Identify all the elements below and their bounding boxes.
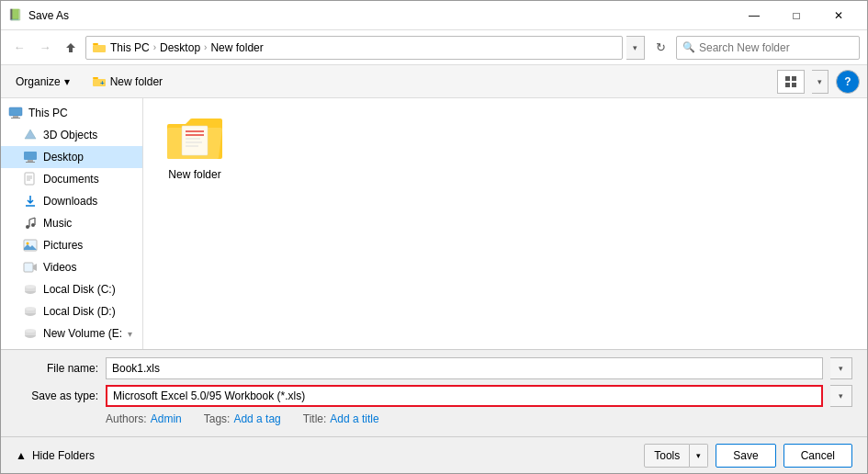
toolbar: Organize ▾ + New folder ▾ ? — [1, 65, 867, 98]
sidebar-label-videos: Videos — [43, 261, 76, 274]
documents-icon — [23, 172, 38, 186]
title-bar: 📗 Save As — □ ✕ — [1, 1, 867, 30]
svg-line-25 — [29, 218, 35, 220]
footer: ▲ Hide Folders Tools ▾ Save Cancel — [1, 436, 867, 473]
sidebar-label-newvolume: New Volume (E: — [43, 327, 122, 340]
svg-rect-14 — [28, 160, 33, 162]
videos-icon — [23, 260, 38, 275]
sidebar-item-downloads[interactable]: Downloads — [1, 190, 142, 212]
cancel-button[interactable]: Cancel — [783, 444, 852, 468]
footer-actions: Tools ▾ Save Cancel — [644, 444, 852, 468]
hide-folders-button[interactable]: ▲ Hide Folders — [16, 449, 95, 462]
sidebar-label-desktop: Desktop — [43, 151, 84, 164]
form-area: File name: ▾ Save as type: ▾ Authors: Ad… — [1, 349, 867, 436]
help-button[interactable]: ? — [836, 70, 860, 94]
svg-rect-6 — [792, 76, 796, 81]
search-input[interactable] — [676, 36, 860, 60]
main-area: This PC 3D Objects Desktop Documents — [1, 98, 867, 349]
path-folder: New folder — [210, 41, 263, 54]
svg-rect-28 — [24, 263, 33, 272]
sidebar-item-thispc[interactable]: This PC — [1, 102, 142, 124]
savetype-dropdown[interactable]: ▾ — [830, 385, 852, 407]
file-item-newfolder[interactable]: New folder — [158, 113, 231, 185]
svg-rect-13 — [24, 152, 37, 160]
search-container: 🔍 — [676, 36, 860, 60]
sidebar-item-localc[interactable]: Local Disk (C:) — [1, 278, 142, 300]
sidebar-label-music: Music — [43, 217, 72, 230]
filename-input[interactable] — [106, 357, 823, 379]
tags-item: Tags: Add a tag — [204, 412, 281, 425]
minimize-button[interactable]: — — [733, 1, 775, 30]
tools-dropdown[interactable]: ▾ — [690, 444, 708, 468]
title-label: Title: — [303, 412, 327, 425]
savetype-row: Save as type: ▾ — [16, 385, 852, 407]
svg-marker-12 — [25, 130, 36, 139]
svg-rect-7 — [785, 83, 790, 87]
sidebar-item-desktop[interactable]: Desktop — [1, 146, 142, 168]
sidebar-label-downloads: Downloads — [43, 195, 97, 208]
filename-dropdown[interactable]: ▾ — [830, 357, 852, 379]
pictures-icon — [23, 238, 38, 253]
refresh-button[interactable]: ↻ — [648, 36, 672, 60]
sidebar: This PC 3D Objects Desktop Documents — [1, 98, 143, 349]
svg-rect-11 — [11, 118, 20, 118]
chevron-up-icon: ▲ — [16, 449, 27, 462]
organize-button[interactable]: Organize ▾ — [8, 70, 77, 94]
savetype-input[interactable] — [106, 385, 823, 407]
tools-button[interactable]: Tools — [644, 444, 690, 468]
back-button[interactable]: ← — [8, 37, 30, 59]
authors-item: Authors: Admin — [106, 412, 182, 425]
sidebar-item-documents[interactable]: Documents — [1, 168, 142, 190]
title-value[interactable]: Add a title — [330, 412, 378, 425]
tags-value[interactable]: Add a tag — [233, 412, 280, 425]
address-path[interactable]: This PC › Desktop › New folder — [85, 36, 623, 60]
sidebar-label-thispc: This PC — [28, 107, 68, 119]
new-folder-button[interactable]: + New folder — [85, 70, 170, 94]
tools-group: Tools ▾ — [644, 444, 708, 468]
3dobjects-icon — [23, 128, 38, 142]
save-button[interactable]: Save — [716, 444, 775, 468]
svg-point-32 — [25, 285, 36, 288]
savetype-label: Save as type: — [16, 389, 98, 402]
title-item: Title: Add a title — [303, 412, 379, 425]
svg-point-21 — [26, 225, 29, 229]
maximize-button[interactable]: □ — [775, 1, 817, 30]
path-desktop: Desktop — [160, 41, 200, 54]
svg-point-35 — [25, 307, 36, 310]
thispc-icon — [8, 106, 23, 120]
app-icon: 📗 — [8, 8, 23, 23]
desktop-icon — [23, 150, 38, 164]
svg-rect-10 — [13, 116, 18, 118]
svg-rect-15 — [26, 162, 35, 163]
svg-rect-0 — [93, 43, 98, 45]
forward-button[interactable]: → — [34, 37, 56, 59]
sidebar-item-pictures[interactable]: Pictures — [1, 234, 142, 256]
file-label-newfolder: New folder — [168, 168, 220, 181]
view-button[interactable] — [777, 70, 805, 94]
path-thispc: This PC — [110, 41, 150, 54]
svg-text:+: + — [100, 79, 105, 87]
sidebar-label-documents: Documents — [43, 173, 99, 186]
sidebar-item-newvolume[interactable]: New Volume (E: ▾ — [1, 322, 142, 344]
newvolume-icon — [23, 326, 38, 341]
sidebar-label-locald: Local Disk (D:) — [43, 305, 116, 318]
hide-folders-label: Hide Folders — [32, 449, 95, 462]
music-icon — [23, 216, 38, 231]
localc-icon — [23, 282, 38, 297]
sidebar-item-locald[interactable]: Local Disk (D:) — [1, 300, 142, 322]
sidebar-item-3dobjects[interactable]: 3D Objects — [1, 124, 142, 146]
file-area: New folder — [143, 98, 867, 349]
folder-icon — [165, 117, 224, 164]
locald-icon — [23, 304, 38, 319]
filename-label: File name: — [16, 362, 98, 375]
svg-rect-5 — [785, 76, 790, 81]
sidebar-item-videos[interactable]: Videos — [1, 256, 142, 278]
sidebar-item-music[interactable]: Music — [1, 212, 142, 234]
authors-value[interactable]: Admin — [151, 412, 182, 425]
close-button[interactable]: ✕ — [817, 1, 860, 30]
view-dropdown[interactable]: ▾ — [812, 70, 829, 94]
svg-rect-8 — [792, 83, 796, 87]
filename-row: File name: ▾ — [16, 357, 852, 379]
up-button[interactable] — [60, 37, 82, 59]
address-dropdown[interactable]: ▾ — [626, 36, 645, 60]
